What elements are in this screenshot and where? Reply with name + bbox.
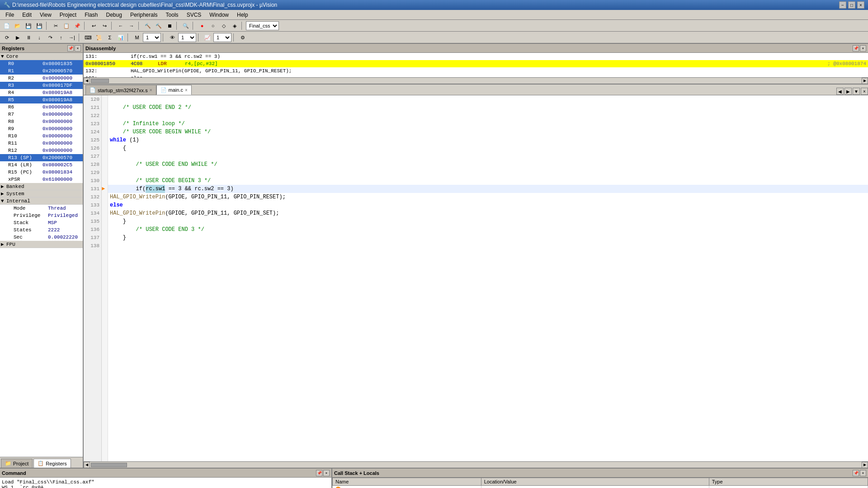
mem-select[interactable]: 1 [143,33,161,42]
menu-item-debug[interactable]: Debug [103,11,126,19]
reg-btn[interactable]: 📊 [116,33,126,42]
registers-tab[interactable]: 📋 Registers [33,459,71,468]
menu-item-window[interactable]: Window [206,11,232,19]
step-btn[interactable]: ↓ [34,33,44,42]
settings-btn[interactable]: ⚙ [238,33,248,42]
save-all-btn[interactable]: 💾 [34,21,44,31]
stop-run-btn[interactable]: ⏸ [24,33,33,42]
reg-row-r4[interactable]: R40x080019A8 [0,89,83,96]
system-section-header[interactable]: ▶ System [0,190,83,197]
reg-row-r6[interactable]: R60x00000000 [0,103,83,111]
code-editor[interactable]: 1201211221231241251261271281291301311321… [84,95,868,461]
menu-item-project[interactable]: Project [56,11,80,19]
new-btn[interactable]: 📄 [2,21,12,31]
menu-item-view[interactable]: View [36,11,55,19]
cmd-win-btn[interactable]: ⌨ [83,33,93,42]
perf-btn[interactable]: 📈 [203,33,212,42]
open-btn[interactable]: 📂 [13,21,23,31]
tab-menu[interactable]: ▼ [853,88,860,95]
menu-item-tools[interactable]: Tools [162,11,182,19]
rebuild-btn[interactable]: 🔨 [154,21,164,31]
internal-section-header[interactable]: ▼ Internal [0,197,83,205]
reset-btn[interactable]: ○ [208,21,218,31]
disassembly-pin-btn[interactable]: 📌 [853,45,859,52]
menu-item-file[interactable]: File [2,11,18,19]
target-dropdown[interactable]: Final_css [246,21,279,30]
banked-toggle[interactable]: ▶ [1,183,6,189]
registers-pin-btn[interactable]: 📌 [67,45,74,52]
core-section-header[interactable]: ▼ Core [0,53,83,60]
internal-toggle[interactable]: ▼ [1,198,6,204]
disassembly-scroll-left[interactable]: ◀ [84,78,90,84]
editor-scroll-left[interactable]: ◀ [84,462,90,468]
step-out-btn[interactable]: ↑ [56,33,66,42]
command-pin-btn[interactable]: 📌 [316,470,322,476]
registers-close-btn[interactable]: × [75,45,81,52]
fpu-toggle[interactable]: ▶ [1,241,6,247]
reg-row-r12[interactable]: R120x00000000 [0,147,83,154]
menu-item-help[interactable]: Help [233,11,252,19]
reg-row-r3[interactable]: R30x080017DF [0,82,83,89]
watch-btn[interactable]: 👁 [167,33,177,42]
stop-build-btn[interactable]: ⏹ [165,21,175,31]
reg-row-xpsr[interactable]: xPSR0x61000000 [0,176,83,183]
main-tab-close[interactable]: × [185,88,188,93]
nav-back-btn[interactable]: ← [116,21,126,31]
system-toggle[interactable]: ▶ [1,191,6,197]
reg-row-r11[interactable]: R110x00000000 [0,140,83,147]
reg-row-r14lr[interactable]: R14 (LR)0x080002C5 [0,161,83,169]
disassembly-scroll-right[interactable]: ▶ [862,78,868,84]
project-tab[interactable]: 📁 Project [1,459,33,468]
step-over-btn[interactable]: ↷ [45,33,55,42]
tab-main[interactable]: 📄 main.c × [156,85,192,95]
run-to-cursor-btn[interactable]: →| [67,33,77,42]
disassembly-close-btn[interactable]: × [860,45,866,52]
menu-item-flash[interactable]: Flash [81,11,101,19]
startup-tab-close[interactable]: × [150,88,152,93]
tab-close-all[interactable]: × [861,88,868,95]
tab-startup[interactable]: 📄 startup_stm32f427xx.s × [85,85,156,95]
tab-scroll-left[interactable]: ◀ [836,88,844,95]
perf-select[interactable]: 1 [213,33,231,42]
disasm-btn[interactable]: 📜 [94,33,104,42]
reg-row-r10[interactable]: R100x00000000 [0,132,83,140]
reg-row-r8[interactable]: R80x00000000 [0,118,83,125]
close-button[interactable]: × [857,1,864,9]
command-close-btn[interactable]: × [323,470,330,476]
watch-select[interactable]: 1 [178,33,196,42]
copy-btn[interactable]: 📋 [61,21,71,31]
menu-item-svcs[interactable]: SVCS [183,11,205,19]
reg-row-r9[interactable]: R90x00000000 [0,125,83,132]
cut-btn[interactable]: ✂ [51,21,61,31]
minimize-button[interactable]: − [839,1,846,9]
start-debug-btn[interactable]: ● [197,21,207,31]
reg-row-r7[interactable]: R70x00000000 [0,111,83,118]
sym-btn[interactable]: Σ [105,33,115,42]
banked-section-header[interactable]: ▶ Banked [0,183,83,190]
menu-item-peripherals[interactable]: Peripherals [127,11,161,19]
erase-btn[interactable]: ◈ [230,21,240,31]
reg-row-r1[interactable]: R10x20000570 [0,67,83,75]
tab-scroll-right[interactable]: ▶ [844,88,852,95]
undo-btn[interactable]: ↩ [89,21,99,31]
fpu-section-header[interactable]: ▶ FPU [0,241,83,248]
reset-cpu-btn[interactable]: ⟳ [2,33,12,42]
code-content[interactable]: /* USER CODE END 2 */ /* Infinite loop *… [108,95,868,461]
maximize-button[interactable]: □ [848,1,855,9]
redo-btn[interactable]: ↪ [99,21,109,31]
editor-scroll-right[interactable]: ▶ [862,462,868,468]
run-btn[interactable]: ▶ [13,33,23,42]
nav-fwd-btn[interactable]: → [127,21,137,31]
window-controls[interactable]: − □ × [839,1,864,9]
menu-item-edit[interactable]: Edit [19,11,35,19]
callstack-close-btn[interactable]: × [860,470,866,476]
reg-row-r13sp[interactable]: R13 (SP)0x20000570 [0,154,83,161]
save-btn[interactable]: 💾 [24,21,33,31]
paste-btn[interactable]: 📌 [72,21,82,31]
core-toggle[interactable]: ▼ [1,54,6,59]
callstack-pin-btn[interactable]: 📌 [853,470,859,476]
reg-row-r5[interactable]: R50x080019A8 [0,96,83,103]
mem-btn[interactable]: M [132,33,142,42]
reg-row-r15pc[interactable]: R15 (PC)0x08001834 [0,169,83,176]
reg-row-r2[interactable]: R20x00000000 [0,75,83,82]
